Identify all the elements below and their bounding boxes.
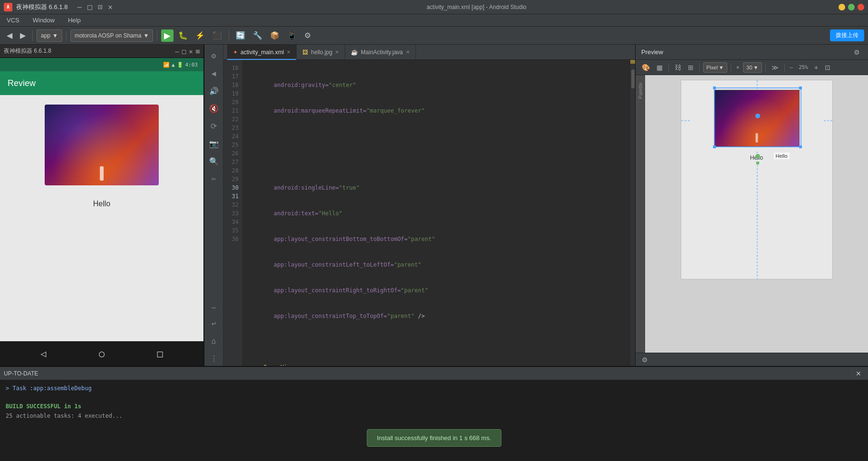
side-more-icon[interactable]: ⋯	[210, 302, 217, 313]
editor-scrollbar[interactable]	[630, 60, 635, 366]
preview-settings-button[interactable]: ⚙	[851, 47, 862, 58]
app-config-dropdown[interactable]: app ▼	[37, 29, 62, 42]
tab-close-main-activity[interactable]: ✕	[406, 49, 410, 55]
stop-button[interactable]: ⬛	[210, 29, 225, 42]
preview-body: Palette Hello	[636, 75, 868, 353]
zoom-level-dropdown[interactable]: 30 ▼	[743, 62, 762, 73]
preview-align-button[interactable]: ⊞	[685, 62, 696, 73]
maximize-icon[interactable]: □	[86, 2, 94, 11]
maximize-button[interactable]	[848, 4, 855, 10]
close-button[interactable]	[858, 4, 864, 10]
side-screenshot-icon[interactable]: 📷	[206, 136, 222, 151]
tab-close-hello-jpg[interactable]: ✕	[335, 49, 339, 55]
recents-nav-icon[interactable]: □	[157, 348, 163, 359]
back-nav-icon[interactable]: ◁	[40, 348, 46, 359]
emulator-app-name: 夜神模拟器 6.6.1.8	[16, 3, 68, 11]
side-settings-icon[interactable]: ⚙	[209, 48, 219, 63]
menu-window[interactable]: Window	[30, 16, 58, 25]
line-33: 33	[223, 209, 242, 218]
minimize-button[interactable]	[839, 4, 845, 10]
tab-close-activity-main[interactable]: ✕	[287, 49, 290, 55]
home-nav-icon[interactable]: ○	[99, 348, 105, 359]
preview-hello-text: Hello	[681, 152, 832, 164]
side-mute-icon[interactable]: 🔇	[206, 101, 222, 116]
code-content[interactable]: android:gravity="center" android:marquee…	[242, 60, 630, 366]
back-nav-button[interactable]: ◀	[4, 29, 15, 42]
gradle-button[interactable]: 🔧	[250, 29, 265, 42]
preview-toolbar: 🎨 ▦ ⛓ ⊞ Pixel ▼ ✕ 30 ▼ ≫ — 25% + ⊡	[636, 60, 868, 75]
output-close-button[interactable]: ✕	[853, 368, 864, 379]
zoom-in-button[interactable]: +	[812, 62, 820, 73]
palette-label: Palette	[637, 83, 643, 99]
minimize-icon[interactable]: —	[75, 2, 84, 11]
preview-layout-button[interactable]: ▦	[654, 62, 665, 73]
zoom-multiply-icon: ✕	[734, 64, 742, 70]
svg-rect-6	[799, 86, 802, 89]
preview-phone-frame: Hello	[681, 80, 833, 279]
preview-constraint-button[interactable]: ⛓	[672, 62, 684, 73]
tab-main-activity[interactable]: ☕ MainActivity.java ✕	[345, 45, 415, 60]
zoom-level-chevron: ▼	[753, 65, 759, 70]
code-line-21: android:text="Hello"	[242, 209, 630, 218]
cloud-upload-button[interactable]: 拨接上传	[830, 29, 864, 41]
side-home-icon[interactable]: ⌂	[209, 334, 219, 348]
emulator-minimize[interactable]: —	[175, 48, 179, 55]
editor-area: ✦ activity_main.xml ✕ 🖼 hello.jpg ✕ ☕ Ma…	[223, 45, 635, 366]
line-19: 19	[223, 89, 242, 98]
code-line-18	[242, 132, 630, 141]
menu-help[interactable]: Help	[65, 16, 84, 25]
output-text: > Task :app:assembleDebug BUILD SUCCESSF…	[0, 380, 868, 461]
fullscreen-icon[interactable]: ⊡	[96, 2, 105, 11]
palette-strip: Palette	[636, 75, 645, 353]
preview-more-button[interactable]: ≫	[769, 62, 781, 73]
zoom-fit-button[interactable]: ⊡	[822, 62, 833, 73]
side-collapse-icon[interactable]: ◀	[209, 66, 219, 81]
close-icon[interactable]: ✕	[106, 2, 115, 11]
toast-message: Install successfully finished in 1 s 668…	[377, 434, 492, 442]
preview-figure	[755, 133, 758, 143]
studio-window-controls	[839, 4, 864, 10]
profile-button[interactable]: ⚡	[193, 29, 208, 42]
sdk-button[interactable]: 📦	[267, 29, 282, 42]
emulator-maximize[interactable]: □	[182, 48, 186, 55]
pixel-dropdown[interactable]: Pixel ▼	[703, 62, 727, 73]
debug-button[interactable]: 🐛	[175, 29, 191, 42]
menu-bar: VCS Window Help	[0, 14, 868, 27]
output-line-task: > Task :app:assembleDebug	[6, 384, 862, 393]
run-button[interactable]: ▶	[161, 29, 174, 42]
phone-navbar: ◁ ○ □	[0, 341, 203, 366]
main-toolbar: ◀ ▶ app ▼ motorola AOSP on Shama ▼ ▶ 🐛 ⚡…	[0, 27, 868, 45]
forward-nav-button[interactable]: ▶	[17, 29, 29, 42]
tab-bar: ✦ activity_main.xml ✕ 🖼 hello.jpg ✕ ☕ Ma…	[223, 45, 635, 60]
code-line-16: android:gravity="center"	[242, 81, 630, 89]
settings-button[interactable]: ⚙	[301, 29, 314, 42]
side-overflow-icon[interactable]: ⋮	[207, 351, 221, 366]
window-controls: — □ ⊡ ✕	[75, 2, 115, 11]
preview-sep-1	[668, 63, 669, 72]
phone-content: Hello	[0, 95, 203, 341]
line-30: 30	[223, 183, 242, 192]
zoom-level-label: 30	[746, 65, 752, 70]
emulator-pin[interactable]: ⊞	[196, 48, 200, 55]
img-icon: 🖼	[302, 49, 308, 56]
preview-palette-button[interactable]: 🎨	[639, 62, 652, 73]
tab-hello-jpg[interactable]: 🖼 hello.jpg ✕	[297, 45, 345, 60]
side-zoom-icon[interactable]: 🔍	[206, 154, 222, 169]
emulator-close[interactable]: ✕	[189, 48, 193, 55]
tab-activity-main[interactable]: ✦ activity_main.xml ✕	[227, 45, 297, 60]
device-dropdown[interactable]: motorola AOSP on Shama ▼	[70, 29, 153, 42]
sync-button[interactable]: 🔄	[233, 29, 248, 42]
avd-button[interactable]: 📱	[284, 29, 299, 42]
menu-vcs[interactable]: VCS	[4, 16, 22, 25]
line-26: 26	[223, 149, 242, 158]
toolbar-separator-2	[66, 30, 67, 41]
preview-bottom-settings[interactable]: ⚙	[639, 355, 650, 365]
side-rotate-icon[interactable]: ⟳	[208, 119, 220, 134]
side-speaker-icon[interactable]: 🔊	[206, 84, 222, 98]
side-cut-icon[interactable]: ✂	[209, 172, 219, 186]
scroll-thumb[interactable]	[631, 69, 635, 88]
app-logo: A	[4, 3, 12, 11]
phone-statusbar: 📶 ▲ 🔋 4:03	[0, 58, 203, 71]
emulator-titlebar: 夜神模拟器 6.6.1.8 — □ ✕ ⊞	[0, 45, 203, 58]
side-back-icon[interactable]: ↩	[209, 316, 219, 331]
